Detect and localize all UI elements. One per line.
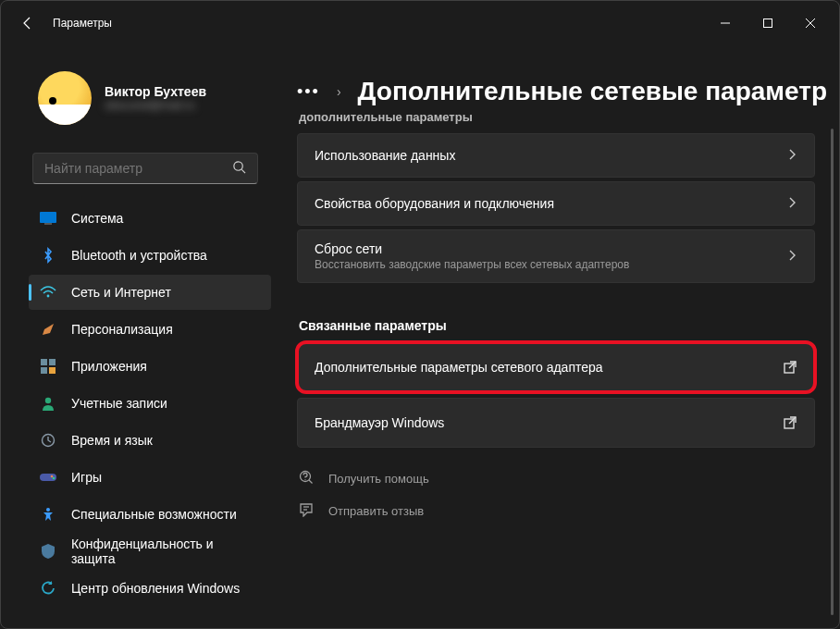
chevron-right-icon	[786, 248, 797, 265]
nav-network[interactable]: Сеть и Интернет	[29, 275, 271, 310]
nav-label: Система	[71, 211, 123, 226]
window-title: Параметры	[53, 17, 112, 30]
sidebar: Виктор Бухтеев obscured@mail.ru Система …	[1, 45, 278, 628]
nav-windows-update[interactable]: Центр обновления Windows	[29, 571, 271, 606]
nav-accounts[interactable]: Учетные записи	[29, 386, 271, 421]
nav-time-language[interactable]: Время и язык	[29, 423, 271, 458]
nav-label: Учетные записи	[71, 396, 167, 411]
card-adapter-settings[interactable]: Дополнительные параметры сетевого адапте…	[297, 342, 815, 392]
clock-icon	[40, 432, 56, 449]
svg-rect-6	[40, 212, 56, 223]
apps-icon	[40, 358, 56, 375]
open-external-icon	[783, 415, 797, 430]
back-button[interactable]	[14, 9, 42, 37]
chevron-right-icon	[786, 147, 797, 164]
svg-point-17	[53, 477, 56, 480]
nav-label: Центр обновления Windows	[71, 581, 240, 596]
svg-rect-1	[764, 19, 772, 28]
nav-personalization[interactable]: Персонализация	[29, 312, 271, 347]
svg-point-4	[234, 161, 242, 169]
profile-name: Виктор Бухтеев	[105, 84, 206, 99]
minimize-button[interactable]	[704, 8, 747, 38]
avatar	[38, 71, 92, 125]
nav-label: Персонализация	[71, 322, 173, 337]
section-header-related: Связанные параметры	[299, 318, 815, 333]
card-title: Свойства оборудования и подключения	[315, 196, 786, 211]
nav-label: Bluetooth и устройства	[71, 248, 207, 263]
nav-label: Сеть и Интернет	[71, 285, 171, 300]
section-header-more: дополнительные параметры	[299, 110, 815, 124]
nav-label: Конфиденциальность и защита	[71, 536, 260, 566]
nav-label: Специальные возможности	[71, 507, 237, 522]
link-feedback[interactable]: Отправить отзыв	[299, 502, 815, 520]
nav-label: Игры	[71, 470, 102, 485]
nav-gaming[interactable]: Игры	[29, 460, 271, 495]
svg-point-18	[46, 508, 50, 512]
profile[interactable]: Виктор Бухтеев obscured@mail.ru	[29, 45, 271, 142]
link-label: Отправить отзыв	[328, 504, 424, 518]
profile-email: obscured@mail.ru	[105, 99, 206, 112]
svg-rect-10	[49, 359, 56, 365]
svg-point-8	[47, 295, 50, 298]
maximize-button[interactable]	[747, 8, 789, 38]
person-icon	[40, 395, 56, 412]
card-data-usage[interactable]: Использование данных	[297, 133, 815, 178]
close-button[interactable]	[789, 8, 832, 38]
svg-rect-12	[49, 367, 56, 374]
gamepad-icon	[40, 469, 56, 486]
wifi-icon	[40, 284, 56, 301]
svg-point-22	[304, 479, 305, 480]
system-icon	[40, 210, 56, 227]
card-network-reset[interactable]: Сброс сети Восстановить заводские параме…	[297, 229, 815, 283]
titlebar: Параметры	[1, 1, 839, 45]
nav-apps[interactable]: Приложения	[29, 349, 271, 384]
card-title: Брандмауэр Windows	[315, 415, 783, 430]
chevron-right-icon	[786, 195, 797, 212]
nav-accessibility[interactable]: Специальные возможности	[29, 497, 271, 532]
breadcrumb: ••• › Дополнительные сетевые параметр	[297, 45, 839, 106]
card-firewall[interactable]: Брандмауэр Windows	[297, 398, 815, 448]
scrollbar[interactable]	[831, 129, 834, 615]
bluetooth-icon	[40, 247, 56, 264]
search-input[interactable]	[44, 161, 232, 176]
help-icon	[299, 470, 314, 487]
search-icon	[232, 160, 246, 178]
nav-privacy[interactable]: Конфиденциальность и защита	[29, 534, 271, 569]
link-get-help[interactable]: Получить помощь	[299, 470, 815, 487]
link-label: Получить помощь	[328, 472, 429, 486]
update-icon	[40, 580, 56, 597]
chevron-right-icon: ›	[337, 84, 341, 99]
brush-icon	[40, 321, 56, 338]
card-title: Использование данных	[315, 148, 786, 163]
card-hardware[interactable]: Свойства оборудования и подключения	[297, 181, 815, 226]
nav-label: Время и язык	[71, 433, 153, 448]
svg-rect-11	[41, 367, 47, 374]
nav-label: Приложения	[71, 359, 147, 374]
svg-line-23	[309, 480, 313, 484]
caption-controls	[704, 8, 832, 38]
feedback-icon	[299, 502, 314, 520]
page-title: Дополнительные сетевые параметр	[358, 77, 828, 106]
nav-system[interactable]: Система	[29, 201, 271, 236]
svg-rect-9	[41, 359, 47, 365]
breadcrumb-ellipsis[interactable]: •••	[297, 82, 320, 102]
svg-point-16	[51, 475, 54, 478]
main: ••• › Дополнительные сетевые параметр до…	[278, 45, 839, 628]
svg-point-13	[45, 398, 51, 403]
card-title: Сброс сети	[315, 241, 786, 256]
shield-icon	[40, 543, 56, 560]
nav-bluetooth[interactable]: Bluetooth и устройства	[29, 238, 271, 273]
search-box[interactable]	[32, 153, 258, 184]
svg-line-5	[241, 169, 245, 173]
nav: Система Bluetooth и устройства Сеть и Ин…	[29, 201, 271, 606]
accessibility-icon	[40, 506, 56, 523]
svg-rect-7	[44, 223, 52, 225]
card-title: Дополнительные параметры сетевого адапте…	[315, 360, 783, 375]
card-subtitle: Восстановить заводские параметры всех се…	[315, 258, 786, 271]
open-external-icon	[783, 360, 797, 375]
